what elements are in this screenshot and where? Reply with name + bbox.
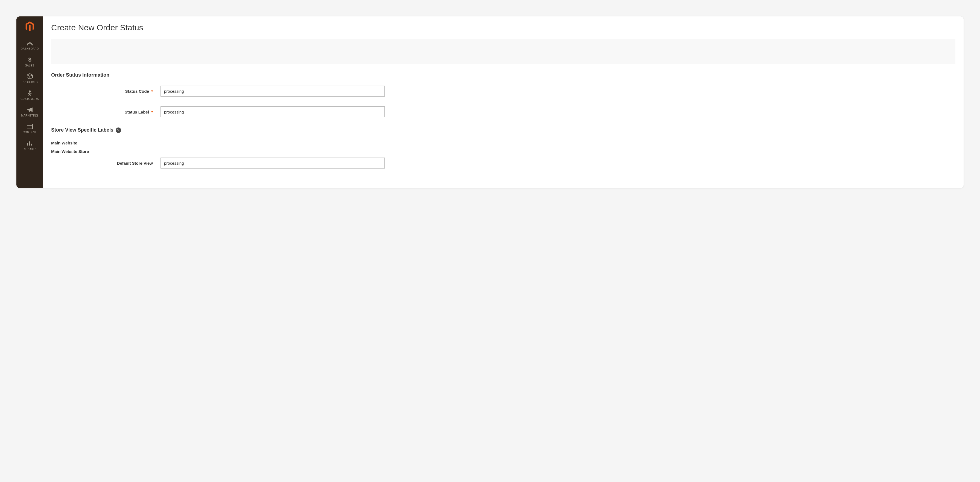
sidebar-item-label: REPORTS [17,147,42,150]
bars-icon [17,140,42,146]
person-icon [17,90,42,96]
sidebar-item-label: CONTENT [17,131,42,134]
section-title-text: Store View Specific Labels [51,127,113,133]
default-store-view-label: Default Store View [51,161,161,166]
sidebar-item-dashboard[interactable]: DASHBOARD [16,37,43,54]
status-label-input[interactable] [161,106,385,117]
megaphone-icon [17,106,42,113]
dollar-icon: $ [17,56,42,63]
form-row-default-store-view: Default Store View [51,158,955,169]
sidebar-item-reports[interactable]: REPORTS [16,137,43,154]
svg-rect-7 [31,144,32,145]
status-code-input[interactable] [161,86,385,97]
box-icon [17,73,42,80]
required-asterisk: * [151,89,153,94]
required-asterisk: * [151,110,153,114]
website-label: Main Website [51,140,955,145]
actions-bar [51,39,955,64]
form-row-status-code: Status Code * [51,86,955,97]
svg-rect-6 [29,141,30,145]
section-title-info: Order Status Information [51,72,955,78]
svg-rect-2 [27,124,33,129]
sidebar-item-content[interactable]: CONTENT [16,120,43,137]
sidebar-item-label: DASHBOARD [17,47,42,50]
svg-point-1 [29,91,30,93]
sidebar-item-marketing[interactable]: MARKETING [16,104,43,120]
sidebar-item-label: CUSTOMERS [17,97,42,101]
label-text: Status Code [125,89,149,94]
main-content: Create New Order Status Order Status Inf… [43,16,964,188]
status-code-label: Status Code * [51,89,161,94]
svg-text:$: $ [28,57,31,63]
sidebar-item-products[interactable]: PRODUCTS [16,70,43,87]
layout-icon [17,123,42,130]
store-label: Main Website Store [51,149,955,154]
label-text: Default Store View [117,161,153,166]
label-text: Status Label [125,110,149,114]
gauge-icon [17,40,42,46]
sidebar-item-label: MARKETING [17,114,42,117]
page-title: Create New Order Status [51,23,955,32]
sidebar-item-customers[interactable]: CUSTOMERS [16,87,43,104]
default-store-view-input[interactable] [161,158,385,169]
sidebar-divider [22,35,38,35]
sidebar-item-label: PRODUCTS [17,81,42,84]
status-label-label: Status Label * [51,110,161,114]
admin-sidebar: DASHBOARD $ SALES PRODUCTS CUSTOMERS MAR… [16,16,43,188]
svg-rect-5 [27,143,28,145]
section-title-store-view: Store View Specific Labels ? [51,127,955,133]
form-row-status-label: Status Label * [51,106,955,117]
sidebar-item-label: SALES [17,64,42,67]
sidebar-item-sales[interactable]: $ SALES [16,54,43,70]
magento-logo[interactable] [25,19,35,35]
help-icon[interactable]: ? [116,128,121,133]
app-frame: DASHBOARD $ SALES PRODUCTS CUSTOMERS MAR… [16,16,964,188]
